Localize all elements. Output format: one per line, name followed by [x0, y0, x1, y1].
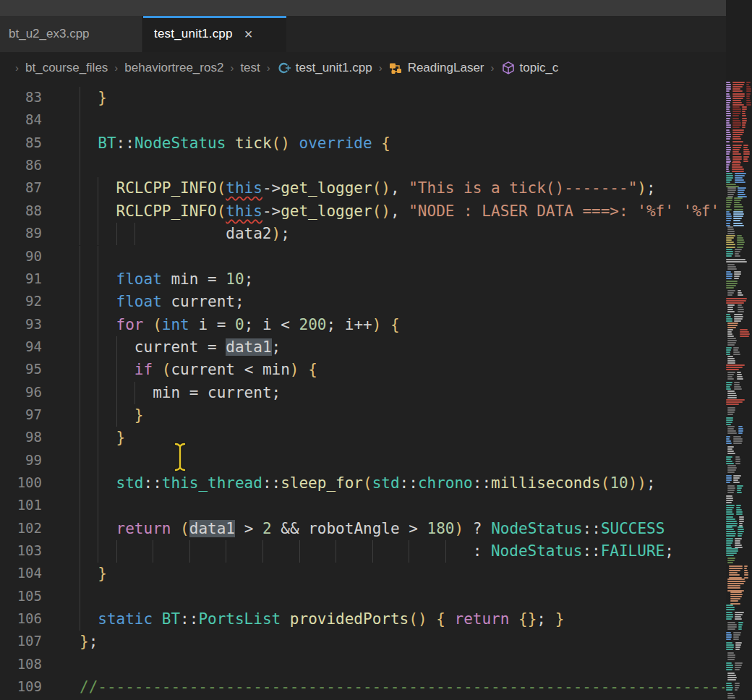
- breadcrumb-item-topic-c[interactable]: topic_c: [501, 61, 559, 75]
- minimap-line: [740, 333, 750, 335]
- minimap-line: [726, 354, 730, 355]
- minimap-line: [726, 259, 745, 260]
- tab-label: bt_u2_ex3.cpp: [9, 27, 90, 41]
- minimap-line: [726, 634, 732, 636]
- breadcrumb-label: topic_c: [520, 61, 559, 75]
- code-line[interactable]: float current;: [0, 291, 725, 313]
- code-line[interactable]: [0, 495, 725, 517]
- minimap-line: [744, 577, 748, 579]
- minimap-line: [739, 521, 744, 522]
- minimap-line: [736, 513, 743, 515]
- minimap-line: [726, 276, 732, 277]
- minimap-line: [738, 292, 742, 294]
- indent-guide: [80, 586, 80, 608]
- code-line[interactable]: }: [0, 427, 725, 449]
- minimap-line: [734, 200, 741, 201]
- minimap-line: [742, 108, 747, 110]
- code-line[interactable]: }: [0, 563, 725, 585]
- code-text: //--------------------------------------…: [80, 676, 725, 699]
- minimap-line: [726, 134, 731, 135]
- code-line[interactable]: [0, 586, 725, 608]
- code-line[interactable]: data2);: [0, 223, 725, 245]
- minimap-line: [729, 574, 740, 576]
- minimap-line: [732, 129, 744, 131]
- minimap-line: [726, 88, 731, 90]
- minimap-line: [733, 634, 740, 636]
- minimap-line: [727, 583, 744, 584]
- code-line[interactable]: BT::NodeStatus tick() override {: [0, 132, 725, 155]
- minimap-line: [726, 278, 732, 279]
- minimap-line: [744, 572, 748, 573]
- minimap-line: [726, 118, 730, 119]
- code-line[interactable]: RCLCPP_INFO(this->get_logger(), "This is…: [0, 177, 725, 200]
- minimap-line: [726, 211, 730, 213]
- minimap-line: [743, 145, 748, 146]
- code-line[interactable]: float min = 10;: [0, 268, 725, 291]
- code-line[interactable]: [0, 450, 725, 472]
- code-line[interactable]: : NodeStatus::FAILURE;: [0, 540, 725, 563]
- tab-bt-u2-ex3[interactable]: bt_u2_ex3.cpp: [0, 16, 143, 52]
- minimap-line: [726, 153, 730, 155]
- code-line[interactable]: }: [0, 87, 725, 109]
- minimap-line: [737, 485, 743, 487]
- minimap-line: [729, 570, 740, 571]
- minimap-line: [726, 98, 731, 99]
- minimap-line: [743, 156, 749, 158]
- minimap-line: [726, 607, 735, 608]
- code-line[interactable]: if (current < min) {: [0, 359, 725, 381]
- code-line[interactable]: RCLCPP_INFO(this->get_logger(), "NODE : …: [0, 200, 725, 223]
- breadcrumb-item-test[interactable]: test: [240, 61, 260, 75]
- minimap-line: [726, 632, 731, 633]
- minimap-line: [726, 458, 731, 460]
- close-icon[interactable]: ×: [244, 27, 253, 41]
- minimap-line: [746, 93, 751, 95]
- code-editor[interactable]: 8384858687888990919293949596979899100101…: [0, 83, 725, 700]
- minimap-line: [727, 490, 735, 491]
- minimap-line: [734, 276, 740, 277]
- minimap-line: [726, 399, 745, 401]
- code-line[interactable]: min = current;: [0, 382, 725, 404]
- minimap-line: [727, 659, 735, 660]
- minimap-line: [746, 86, 751, 88]
- minimap-line: [727, 657, 735, 658]
- code-line[interactable]: //--------------------------------------…: [0, 676, 725, 699]
- minimap-line: [727, 560, 735, 561]
- minimap-line: [727, 585, 740, 586]
- minimap-line: [726, 516, 733, 518]
- breadcrumb-item-test-unit1-cpp[interactable]: test_unit1.cpp: [277, 61, 372, 75]
- tab-test-unit1[interactable]: test_unit1.cpp ×: [143, 16, 286, 52]
- code-line[interactable]: static BT::PortsList providedPorts() { r…: [0, 608, 725, 631]
- minimap-line: [726, 662, 732, 664]
- minimap-line: [727, 333, 732, 335]
- minimap-line: [727, 340, 737, 341]
- code-line[interactable]: }: [0, 404, 725, 427]
- code-line[interactable]: current = data1;: [0, 336, 725, 359]
- code-line[interactable]: for (int i = 0; i < 200; i++) {: [0, 314, 725, 336]
- minimap-line: [735, 618, 742, 620]
- breadcrumb-item-bt-course-files[interactable]: bt_course_files: [25, 61, 108, 75]
- minimap-line: [732, 149, 740, 150]
- minimap-line: [733, 443, 742, 444]
- breadcrumb-item-readinglaser[interactable]: ReadingLaser: [389, 61, 484, 75]
- code-line[interactable]: [0, 654, 725, 676]
- breadcrumb-item-behaviortree-ros2[interactable]: behaviortree_ros2: [124, 61, 223, 75]
- minimap-line: [727, 492, 734, 493]
- minimap-line: [733, 351, 740, 353]
- minimap-line: [737, 376, 743, 377]
- minimap-line: [726, 166, 729, 168]
- code-line[interactable]: std::this_thread::sleep_for(std::chrono:…: [0, 472, 725, 495]
- code-line[interactable]: [0, 109, 725, 132]
- minimap[interactable]: [726, 0, 752, 700]
- minimap-line: [726, 124, 731, 126]
- minimap-line: [733, 479, 738, 481]
- minimap-line: [726, 419, 733, 421]
- minimap-line: [727, 374, 734, 375]
- minimap-line: [726, 477, 732, 479]
- code-line[interactable]: [0, 246, 725, 268]
- code-line[interactable]: [0, 155, 725, 177]
- minimap-line: [726, 367, 743, 368]
- minimap-line: [726, 271, 731, 273]
- code-line[interactable]: return (data1 > 2 && robotAngle > 180) ?…: [0, 518, 725, 540]
- minimap-line: [729, 572, 738, 573]
- code-line[interactable]: };: [0, 631, 725, 653]
